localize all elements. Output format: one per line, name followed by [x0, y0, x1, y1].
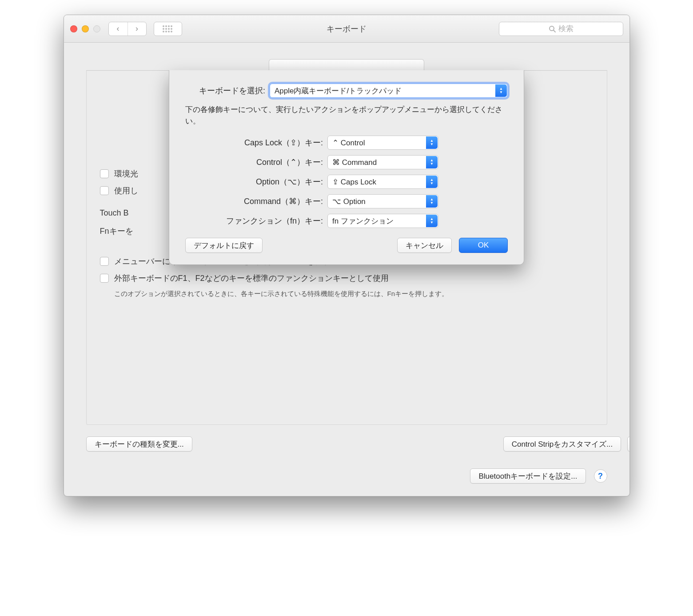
select-keyboard-value: Apple内蔵キーボード/トラックパッド	[275, 86, 402, 96]
prefs-window: ‹ › キーボード 検索 環境光 使用し	[64, 15, 630, 496]
fn-value: fn ファンクション	[332, 216, 394, 226]
svg-point-0	[163, 25, 164, 27]
control-row: Control（⌃）キー: ⌘ Command	[185, 155, 508, 169]
titlebar: ‹ › キーボード 検索	[64, 15, 629, 43]
bottom-button-row: キーボードの種類を変更... Control Stripをカスタマイズ... 修…	[86, 436, 607, 452]
modifier-keys-button[interactable]: 修飾キー...	[627, 436, 629, 452]
sheet-button-row: デフォルトに戻す キャンセル OK	[185, 238, 508, 253]
restore-defaults-button[interactable]: デフォルトに戻す	[185, 238, 263, 253]
search-placeholder: 検索	[558, 24, 574, 34]
fn-row: ファンクション（fn）キー: fn ファンクション	[185, 214, 508, 228]
fn-popup[interactable]: fn ファンクション	[327, 214, 438, 228]
external-fn-checkbox[interactable]	[100, 274, 109, 283]
svg-point-10	[168, 31, 170, 32]
capslock-label: Caps Lock（⇪）キー:	[185, 137, 323, 148]
option-popup[interactable]: ⇪ Caps Lock	[327, 175, 438, 189]
forward-button[interactable]: ›	[127, 22, 146, 36]
svg-line-13	[554, 30, 555, 32]
grid-icon	[162, 25, 174, 33]
control-label: Control（⌃）キー:	[185, 157, 323, 168]
control-popup[interactable]: ⌘ Command	[327, 155, 438, 169]
capslock-row: Caps Lock（⇪）キー: ⌃ Control	[185, 136, 508, 150]
search-field[interactable]: 検索	[499, 22, 623, 36]
use-label: 使用し	[114, 185, 138, 196]
svg-point-8	[163, 31, 164, 32]
command-row: Command（⌘）キー: ⌥ Option	[185, 194, 508, 208]
select-keyboard-row: キーボードを選択: Apple内蔵キーボード/トラックパッド	[185, 84, 508, 98]
option-value: ⇪ Caps Lock	[332, 177, 376, 187]
svg-point-6	[168, 28, 170, 30]
command-label: Command（⌘）キー:	[185, 196, 323, 207]
chevron-updown-icon	[426, 176, 438, 188]
svg-point-9	[165, 31, 167, 32]
external-fn-row: 外部キーボードのF1、F2などのキーを標準のファンクションキーとして使用	[100, 273, 593, 284]
chevron-updown-icon	[495, 84, 507, 97]
ambient-light-checkbox[interactable]	[100, 169, 109, 178]
control-value: ⌘ Command	[332, 158, 377, 167]
capslock-popup[interactable]: ⌃ Control	[327, 136, 438, 150]
command-popup[interactable]: ⌥ Option	[327, 194, 438, 208]
use-checkbox[interactable]	[100, 186, 109, 195]
fn-key-label: ファンクション（fn）キー:	[185, 216, 323, 226]
traffic-lights	[70, 25, 100, 32]
change-keyboard-type-button[interactable]: キーボードの種類を変更...	[86, 436, 192, 452]
svg-point-5	[165, 28, 167, 30]
chevron-updown-icon	[426, 136, 438, 149]
ok-button[interactable]: OK	[459, 238, 508, 253]
svg-point-1	[165, 25, 167, 27]
show-all-button[interactable]	[154, 22, 182, 36]
chevron-updown-icon	[426, 156, 438, 168]
content-area: 環境光 使用し Touch B Fnキーを メニューバーにキーボードビューアと絵…	[64, 43, 629, 496]
nav-back-forward: ‹ ›	[108, 22, 147, 36]
menubar-viewer-checkbox[interactable]	[100, 257, 109, 266]
modifier-keys-sheet: キーボードを選択: Apple内蔵キーボード/トラックパッド 下の各修飾キーにつ…	[169, 70, 524, 265]
svg-point-7	[171, 28, 172, 30]
external-fn-note: このオプションが選択されているときに、各キーに示されている特殊機能を使用するには…	[114, 290, 514, 298]
svg-point-11	[171, 31, 172, 32]
minimize-icon[interactable]	[82, 25, 89, 32]
svg-point-4	[163, 28, 164, 30]
select-keyboard-label: キーボードを選択:	[185, 85, 265, 96]
chevron-updown-icon	[426, 215, 438, 227]
svg-point-2	[168, 25, 170, 27]
bluetooth-keyboard-button[interactable]: Bluetoothキーボードを設定...	[470, 468, 585, 484]
option-label: Option（⌥）キー:	[185, 176, 323, 187]
help-button[interactable]: ?	[594, 469, 607, 483]
sheet-instruction: 下の各修飾キーについて、実行したいアクションをポップアップメニューから選択してく…	[185, 104, 508, 127]
close-icon[interactable]	[70, 25, 77, 32]
svg-point-3	[171, 25, 172, 27]
customize-control-strip-button[interactable]: Control Stripをカスタマイズ...	[503, 436, 621, 452]
command-value: ⌥ Option	[332, 197, 366, 206]
option-row: Option（⌥）キー: ⇪ Caps Lock	[185, 175, 508, 189]
help-icon: ?	[598, 472, 603, 481]
ambient-light-label: 環境光	[114, 168, 138, 179]
tab-ridge	[269, 59, 424, 71]
back-button[interactable]: ‹	[109, 22, 127, 36]
select-keyboard-popup[interactable]: Apple内蔵キーボード/トラックパッド	[270, 84, 508, 98]
chevron-updown-icon	[426, 195, 438, 208]
capslock-value: ⌃ Control	[332, 138, 365, 148]
footer: Bluetoothキーボードを設定... ?	[470, 468, 607, 484]
cancel-button[interactable]: キャンセル	[397, 238, 452, 253]
zoom-icon[interactable]	[93, 25, 100, 32]
external-fn-label: 外部キーボードのF1、F2などのキーを標準のファンクションキーとして使用	[114, 273, 389, 284]
search-icon	[549, 25, 556, 32]
